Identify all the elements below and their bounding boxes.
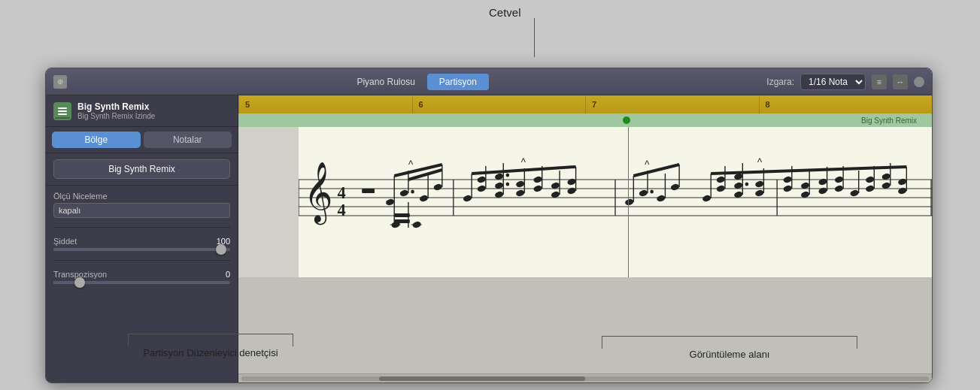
svg-point-44 xyxy=(533,185,543,193)
playhead-line xyxy=(628,127,630,277)
expand-icon[interactable]: ↔ xyxy=(893,74,908,89)
svg-text:𝄞: 𝄞 xyxy=(304,162,333,225)
svg-point-67 xyxy=(716,185,726,193)
param-transpozisyon: Transpozisyon 0 xyxy=(53,270,230,284)
track-icon xyxy=(53,102,71,120)
svg-point-51 xyxy=(567,178,577,186)
svg-rect-1 xyxy=(58,110,67,112)
region-name-row: Big Synth Remix xyxy=(46,153,238,186)
svg-point-86 xyxy=(818,178,828,186)
svg-point-17 xyxy=(385,198,395,207)
grid-label: Izgara: xyxy=(766,77,794,87)
svg-point-32 xyxy=(477,176,487,184)
svg-point-74 xyxy=(745,183,749,186)
track-lane-header: Big Synth Remix xyxy=(238,113,932,127)
svg-point-40 xyxy=(515,189,525,198)
svg-rect-0 xyxy=(58,107,67,109)
svg-point-29 xyxy=(463,195,472,203)
svg-point-76 xyxy=(754,180,764,189)
grid-select[interactable]: 1/16 Nota xyxy=(800,74,866,90)
tab-partisyon[interactable]: Partisyon xyxy=(427,74,489,90)
scrollbar-track[interactable] xyxy=(241,376,929,381)
svg-point-79 xyxy=(783,185,793,193)
svg-text:^: ^ xyxy=(521,157,526,168)
svg-point-100 xyxy=(897,178,907,186)
track-header: Big Synth Remix Big Synth Remix İzinde xyxy=(46,95,238,127)
param-section: Ölçü Niceleme kapalı Şiddet 100 xyxy=(46,186,238,290)
svg-point-39 xyxy=(506,174,510,177)
transpozisyon-slider[interactable] xyxy=(53,281,230,284)
svg-text:^: ^ xyxy=(645,159,650,171)
cetvel-label: Cetvel xyxy=(489,6,521,19)
playhead-dot xyxy=(623,116,630,124)
svg-point-68 xyxy=(716,176,726,184)
svg-rect-110 xyxy=(394,219,410,223)
svg-text:^: ^ xyxy=(408,159,414,171)
region-name-box: Big Synth Remix xyxy=(53,159,230,179)
svg-point-38 xyxy=(506,183,510,186)
titlebar: ⊕ Piyano Rulosu Partisyon Izgara: 1/16 N… xyxy=(46,68,932,95)
tab-bolge[interactable]: Bölge xyxy=(52,132,141,148)
svg-point-50 xyxy=(567,187,577,195)
svg-rect-16 xyxy=(362,189,375,193)
partisyon-label: Partisyon Düzenleyici denetçisi xyxy=(143,346,278,360)
transpozisyon-value: 0 xyxy=(226,270,230,279)
svg-point-91 xyxy=(850,189,860,198)
scrollbar-thumb[interactable] xyxy=(379,376,585,381)
svg-rect-2 xyxy=(58,113,67,115)
svg-point-89 xyxy=(834,176,844,184)
svg-point-85 xyxy=(818,187,828,195)
svg-point-99 xyxy=(897,187,907,195)
svg-point-25 xyxy=(433,183,443,192)
track-subtitle: Big Synth Remix İzinde xyxy=(77,112,230,120)
record-icon xyxy=(914,77,924,87)
svg-text:4: 4 xyxy=(337,199,346,219)
svg-point-62 xyxy=(670,183,680,192)
goruntulenme-label: Görüntüleme alanı xyxy=(690,349,770,360)
svg-point-54 xyxy=(624,198,634,207)
svg-point-80 xyxy=(783,176,793,184)
param-olcu-niceleme: Ölçü Niceleme kapalı xyxy=(53,192,230,218)
svg-point-19 xyxy=(399,189,409,198)
olcu-niceleme-label: Ölçü Niceleme xyxy=(53,192,230,201)
svg-line-102 xyxy=(711,167,906,174)
scrollbar-area[interactable] xyxy=(238,373,932,382)
svg-point-94 xyxy=(865,176,875,184)
svg-point-65 xyxy=(702,195,711,203)
siddet-label: Şiddet xyxy=(53,237,77,246)
svg-point-45 xyxy=(533,176,543,184)
svg-point-93 xyxy=(865,185,875,193)
svg-line-64 xyxy=(633,165,679,176)
ruler-marks: 5 6 7 8 xyxy=(238,95,932,113)
align-icon[interactable]: ≡ xyxy=(872,74,887,89)
svg-point-106 xyxy=(412,221,422,229)
param-siddet: Şiddet 100 xyxy=(53,237,230,251)
svg-line-27 xyxy=(394,165,442,176)
ruler-mark-7: 7 xyxy=(585,95,759,113)
svg-point-31 xyxy=(477,185,487,193)
svg-point-21 xyxy=(411,190,414,194)
tab-piano-roll[interactable]: Piyano Rulosu xyxy=(344,74,426,90)
svg-point-56 xyxy=(639,189,648,198)
svg-point-41 xyxy=(515,180,525,189)
track-lane-name: Big Synth Remix xyxy=(861,116,917,125)
svg-text:^: ^ xyxy=(757,157,763,168)
svg-point-75 xyxy=(754,189,764,198)
pin-icon: ⊕ xyxy=(53,75,67,89)
ruler-bar: 5 6 7 8 xyxy=(238,95,932,113)
svg-point-88 xyxy=(834,185,844,193)
notation-svg: 𝄞 4 4 xyxy=(299,127,932,277)
ruler-mark-8: 8 xyxy=(759,95,933,113)
tab-notalar[interactable]: Notalar xyxy=(144,132,232,148)
track-name: Big Synth Remix xyxy=(77,101,230,112)
segment-tabs: Bölge Notalar xyxy=(46,127,238,153)
svg-point-23 xyxy=(419,195,429,203)
ruler-mark-6: 6 xyxy=(412,95,586,113)
svg-point-58 xyxy=(650,190,654,194)
olcu-niceleme-dropdown[interactable]: kapalı xyxy=(53,203,230,218)
siddet-slider[interactable] xyxy=(53,248,230,251)
score-main: 𝄞 4 4 xyxy=(238,127,932,277)
svg-point-60 xyxy=(656,195,666,203)
svg-rect-109 xyxy=(394,213,410,217)
ruler-mark-5: 5 xyxy=(238,95,412,113)
